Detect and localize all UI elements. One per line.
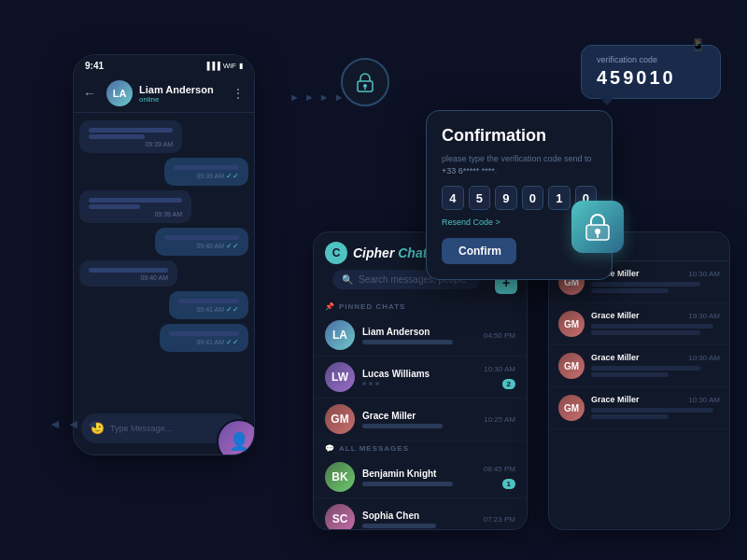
contact-info: Grace Miller xyxy=(362,411,476,428)
list-item[interactable]: GM Grace Miller 10:25 AM xyxy=(314,399,527,441)
verification-bubble: 📱 verification code 459010 xyxy=(581,45,721,99)
message-bubble: 09:39 AM xyxy=(79,190,191,223)
signal-icon: ▐▐▐ xyxy=(204,62,220,70)
contact-info: Lucas Williams xyxy=(362,369,476,385)
svg-point-1 xyxy=(363,84,367,88)
arrow-left-icon: ◄ xyxy=(86,416,99,431)
message-preview xyxy=(362,524,436,528)
message-bubble: 09:41 AM ✓✓ xyxy=(160,324,248,352)
phone-messages: 09:39 AM 09:39 AM ✓✓ 09:39 AM 09:40 AM ✓… xyxy=(74,113,254,421)
phone-icon: 📱 xyxy=(691,38,705,51)
all-messages-section-label: ALL MESSAGES xyxy=(339,444,409,453)
contact-info: Liam Anderson xyxy=(362,327,476,344)
message-bubble: 09:40 AM xyxy=(79,260,177,287)
contact-meta: 04:50 PM xyxy=(484,331,515,340)
message-time: 07:23 PM xyxy=(484,515,515,524)
right-list-item[interactable]: GM Grace Miller 10:30 AM xyxy=(549,345,729,387)
right-contact-avatar: GM xyxy=(558,311,585,337)
message-time: 10:25 AM xyxy=(484,415,515,424)
right-list-item[interactable]: GM Grace Miller 10:30 AM xyxy=(549,387,729,429)
msg-time: 09:40 AM ✓✓ xyxy=(164,242,239,250)
contact-info: Benjamin Knight xyxy=(362,469,476,486)
right-contact-name: Grace Miller xyxy=(591,395,640,404)
app-logo: C xyxy=(325,242,347,264)
right-contact-content: Grace Miller 10:30 AM xyxy=(591,395,720,421)
message-bubble: 09:40 AM ✓✓ xyxy=(155,228,248,256)
contact-avatar: LW xyxy=(325,362,355,392)
verification-code: 459010 xyxy=(597,67,705,89)
message-bubble: 09:41 AM ✓✓ xyxy=(169,291,248,319)
contact-meta: 10:25 AM xyxy=(484,415,515,424)
list-item[interactable]: LA Liam Anderson 04:50 PM xyxy=(314,315,527,357)
message-preview xyxy=(362,340,453,344)
logo-letter: C xyxy=(332,246,341,259)
modal-description: please type the verification code send t… xyxy=(442,153,597,176)
contact-avatar: LA xyxy=(325,320,355,350)
phone-user-avatar: LA xyxy=(106,80,133,106)
search-icon: 🔍 xyxy=(342,274,353,285)
contact-name: Sophia Chen xyxy=(362,511,476,521)
right-contact-content: Grace Miller 10:30 AM xyxy=(591,353,720,379)
contact-avatar: SC xyxy=(325,504,355,530)
right-message-time: 10:30 AM xyxy=(688,270,720,278)
contact-meta: 08:45 PM 1 xyxy=(484,465,515,490)
contact-meta: 07:23 PM xyxy=(484,515,515,524)
right-contact-avatar: GM xyxy=(558,395,585,421)
menu-icon[interactable]: ⋮ xyxy=(232,86,245,101)
navigation-arrows-left: ◄ ◄ ◄ xyxy=(49,416,99,431)
arrow-left-icon: ◄ xyxy=(67,416,80,431)
right-contact-avatar: GM xyxy=(558,353,585,379)
wifi-icon: WiF xyxy=(223,62,236,70)
back-icon[interactable]: ← xyxy=(83,86,96,101)
pin-icon: 📌 xyxy=(325,302,335,311)
msg-time: 09:41 AM ✓✓ xyxy=(178,305,239,314)
typing-dots xyxy=(362,382,476,385)
code-digit-3[interactable]: 9 xyxy=(495,186,517,210)
phone-chat-header: ← LA Liam Anderson online ⋮ xyxy=(74,75,254,113)
msg-time: 09:39 AM xyxy=(89,141,173,147)
right-message-preview xyxy=(591,414,669,419)
code-digit-4[interactable]: 0 xyxy=(522,186,544,210)
contact-avatar: GM xyxy=(325,404,355,434)
msg-time: 09:40 AM xyxy=(89,274,168,281)
contact-meta: 10:30 AM 2 xyxy=(484,365,515,390)
list-item[interactable]: SC Sophia Chen 07:23 PM xyxy=(314,498,527,530)
right-contact-header: Grace Miller 10:30 AM xyxy=(591,395,720,404)
right-contact-content: Grace Miller 19:30 AM xyxy=(591,311,720,337)
code-digit-2[interactable]: 5 xyxy=(469,186,491,210)
app-name-part1: Cipher xyxy=(353,245,398,260)
modal-title: Confirmation xyxy=(442,126,597,146)
input-placeholder: Type Message... xyxy=(110,424,224,433)
battery-icon: ▮ xyxy=(239,62,243,70)
code-digit-1[interactable]: 4 xyxy=(442,186,464,210)
right-list-item[interactable]: GM Grace Miller 19:30 AM xyxy=(549,303,729,345)
phone-time: 9:41 xyxy=(85,61,104,71)
pinned-label: 📌 PINNED CHATS xyxy=(314,301,527,315)
message-preview xyxy=(362,482,453,486)
message-bubble: 09:39 AM ✓✓ xyxy=(164,158,248,186)
right-message-preview xyxy=(591,288,669,293)
phone-mockup: 9:41 ▐▐▐ WiF ▮ ← LA Liam Anderson online… xyxy=(73,54,255,455)
message-preview xyxy=(362,424,443,428)
list-item[interactable]: BK Benjamin Knight 08:45 PM 1 xyxy=(314,456,527,498)
code-digit-5[interactable]: 1 xyxy=(548,186,571,210)
contact-name: Lucas Williams xyxy=(362,369,476,379)
message-bubble: 09:39 AM xyxy=(79,120,182,153)
right-message-time: 10:30 AM xyxy=(688,354,720,362)
lock-icon-center xyxy=(341,58,389,106)
big-lock-icon xyxy=(571,201,624,253)
msg-time: 09:39 AM ✓✓ xyxy=(174,172,239,180)
unread-badge: 1 xyxy=(502,479,515,489)
right-message-preview xyxy=(591,408,713,413)
phone-number: +33 6***** **** xyxy=(442,166,495,175)
app-name: Cipher Chat xyxy=(353,245,427,260)
msg-time: 09:39 AM xyxy=(89,211,182,217)
phone-user-name: Liam Anderson xyxy=(139,84,225,95)
contact-name: Benjamin Knight xyxy=(362,469,476,479)
list-item[interactable]: LW Lucas Williams 10:30 AM 2 xyxy=(314,357,527,399)
app-name-part2: Chat xyxy=(398,245,427,260)
confirmation-modal: Confirmation please type the verificatio… xyxy=(426,110,613,280)
contact-avatar: BK xyxy=(325,462,355,492)
confirm-button[interactable]: Confirm xyxy=(442,238,516,264)
pinned-section-label: PINNED CHATS xyxy=(339,302,405,311)
